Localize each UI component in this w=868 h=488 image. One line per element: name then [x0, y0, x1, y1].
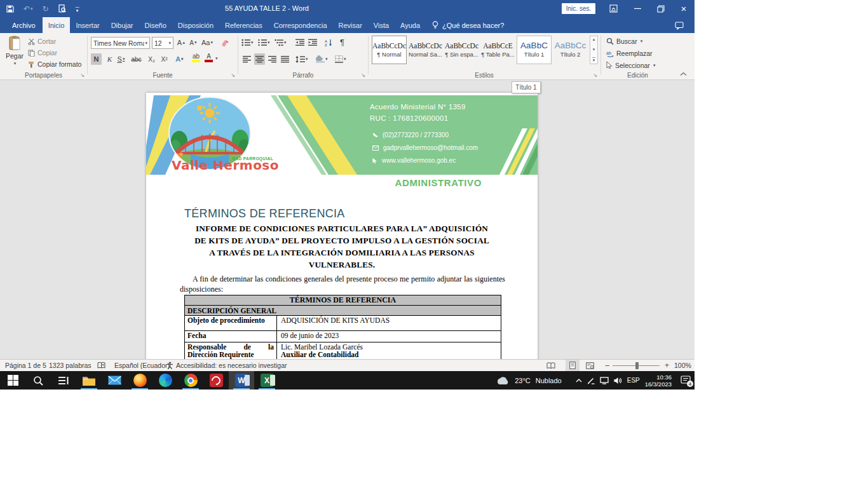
collapse-ribbon-icon[interactable] [680, 67, 687, 79]
tab-revisar[interactable]: Revisar [333, 17, 368, 33]
weather-cloud-icon[interactable] [496, 376, 510, 385]
firefox-button[interactable] [127, 371, 153, 390]
tab-vista[interactable]: Vista [368, 17, 395, 33]
superscript-button[interactable]: X² [159, 53, 170, 65]
style-table-paragraph[interactable]: AaBbCcE ¶ Table Pa... [480, 36, 515, 64]
undo-icon[interactable]: ↶▾ [24, 4, 33, 13]
minimize-button[interactable] [628, 0, 647, 17]
tab-insertar[interactable]: Insertar [70, 17, 105, 33]
excel-button[interactable]: X [254, 371, 280, 390]
bold-button[interactable]: N [91, 53, 102, 65]
styles-more-icon[interactable]: ▼ [592, 57, 596, 62]
replace-button[interactable]: ab Reemplazar [606, 50, 653, 57]
text-effects-button[interactable]: A▾ [174, 53, 185, 65]
zoom-level[interactable]: 100% [674, 360, 691, 371]
font-color-caret-icon[interactable]: ▾ [215, 56, 218, 61]
tab-archivo[interactable]: Archivo [5, 17, 43, 33]
underline-button[interactable]: S▾ [116, 53, 126, 65]
print-layout-button[interactable] [566, 360, 580, 371]
tab-diseno[interactable]: Diseño [139, 17, 172, 33]
taskbar-clock[interactable]: 10:36 16/3/2023 [645, 374, 672, 388]
web-layout-button[interactable] [586, 360, 594, 371]
edge-button[interactable] [153, 371, 178, 390]
styles-scroll-up-icon[interactable]: ▲ [592, 37, 596, 41]
paragraph-dialog-launcher-icon[interactable]: ↘ [361, 73, 365, 78]
font-dialog-launcher-icon[interactable]: ↘ [231, 73, 235, 78]
weather-temp[interactable]: 23°C [515, 377, 531, 384]
sort-button[interactable]: AZ [323, 37, 334, 48]
style-sin-espaciado[interactable]: AaBbCcDc ¶ Sin espa... [444, 36, 479, 64]
restore-button[interactable] [651, 0, 670, 17]
tab-ayuda[interactable]: Ayuda [395, 17, 426, 33]
zoom-in-button[interactable]: + [665, 360, 669, 371]
word-count[interactable]: 1323 palabras [49, 360, 92, 371]
language-indicator[interactable]: Español (Ecuador) [114, 360, 170, 371]
tab-correspondencia[interactable]: Correspondencia [268, 17, 333, 33]
mail-button[interactable] [102, 371, 127, 390]
document-page[interactable]: Acuerdo Ministerial N° 1359 RUC : 176812… [146, 93, 538, 359]
multilevel-list-button[interactable]: ▾ [275, 37, 287, 48]
input-language[interactable]: ESP [627, 377, 640, 384]
customize-qat-icon[interactable]: ─▾ [76, 6, 79, 12]
show-marks-button[interactable]: ¶ [337, 36, 348, 48]
start-button[interactable] [0, 371, 25, 390]
style-titulo-1[interactable]: AaBbC Título 1 [517, 36, 552, 64]
change-case-button[interactable]: Aa▾ [201, 37, 213, 48]
shading-button[interactable]: ▾ [316, 53, 328, 65]
tab-dibujar[interactable]: Dibujar [105, 17, 139, 33]
styles-scroll-down-icon[interactable]: ▼ [592, 48, 596, 51]
feedback-comment-icon[interactable] [675, 21, 684, 32]
copy-button[interactable]: Copiar [28, 49, 57, 57]
clipboard-dialog-launcher-icon[interactable]: ↘ [80, 73, 85, 78]
clear-formatting-icon[interactable] [219, 37, 230, 48]
font-size-combo[interactable]: 12▾ [152, 37, 173, 49]
find-button[interactable]: Buscar▾ [606, 37, 642, 45]
save-icon[interactable] [6, 5, 14, 13]
weather-condition[interactable]: Nublado [536, 377, 562, 384]
page-indicator[interactable]: Página 1 de 5 [5, 360, 46, 371]
format-painter-button[interactable]: Copiar formato [28, 60, 81, 68]
italic-button[interactable]: K [104, 53, 115, 65]
borders-button[interactable]: ▾ [335, 53, 346, 65]
shrink-font-button[interactable]: A▼ [188, 37, 199, 48]
line-spacing-button[interactable]: ▾ [295, 53, 308, 65]
style-normal-sa[interactable]: AaBbCcDc Normal Sa... [408, 36, 443, 64]
styles-dialog-launcher-icon[interactable]: ↘ [593, 73, 597, 78]
pen-icon[interactable] [587, 377, 595, 384]
increase-indent-button[interactable] [307, 37, 318, 48]
zoom-out-button[interactable]: − [605, 360, 610, 371]
network-icon[interactable] [600, 377, 609, 384]
numbered-list-button[interactable]: ▾ [258, 37, 270, 48]
tab-referencias[interactable]: Referencias [219, 17, 268, 33]
paste-button[interactable]: Pegar ▾ [4, 36, 25, 71]
font-color-button[interactable]: A [203, 52, 214, 64]
print-preview-icon[interactable] [58, 4, 66, 13]
decrease-indent-button[interactable] [294, 37, 305, 48]
sign-in-button[interactable]: Inic. ses. [562, 3, 595, 14]
accessibility-status[interactable]: Accesibilidad: es necesario investigar [166, 360, 287, 371]
taskbar-search-button[interactable] [25, 371, 51, 390]
style-normal[interactable]: AaBbCcDc ¶ Normal [372, 36, 407, 64]
hidden-icons-chevron[interactable] [576, 379, 582, 383]
cut-button[interactable]: Cortar [28, 37, 56, 45]
close-button[interactable]: × [674, 0, 693, 17]
align-center-button[interactable] [254, 53, 265, 65]
tell-me-box[interactable]: ¿Qué desea hacer? [432, 17, 504, 33]
ribbon-display-options-button[interactable] [604, 0, 623, 17]
align-right-button[interactable] [267, 53, 278, 65]
letterhead-banner[interactable]: Acuerdo Ministerial N° 1359 RUC : 176812… [146, 95, 538, 175]
highlight-color-button[interactable]: ab [191, 52, 201, 64]
styles-gallery-scrollbar[interactable]: ▲ ▼ ▼ [590, 36, 598, 64]
font-family-combo[interactable]: Times New Roma▾ [91, 37, 150, 49]
tab-inicio[interactable]: Inicio [43, 17, 71, 33]
justify-button[interactable] [280, 53, 290, 65]
word-button[interactable]: W [229, 371, 254, 390]
volume-icon[interactable] [614, 377, 622, 384]
task-view-button[interactable] [51, 371, 76, 390]
zoom-slider[interactable] [613, 360, 660, 371]
grow-font-button[interactable]: A▲ [176, 37, 187, 48]
select-button[interactable]: Seleccionar▾ [606, 62, 655, 69]
acrobat-button[interactable] [203, 371, 229, 390]
file-explorer-button[interactable] [76, 371, 102, 390]
redo-icon[interactable]: ↻ [43, 4, 49, 13]
